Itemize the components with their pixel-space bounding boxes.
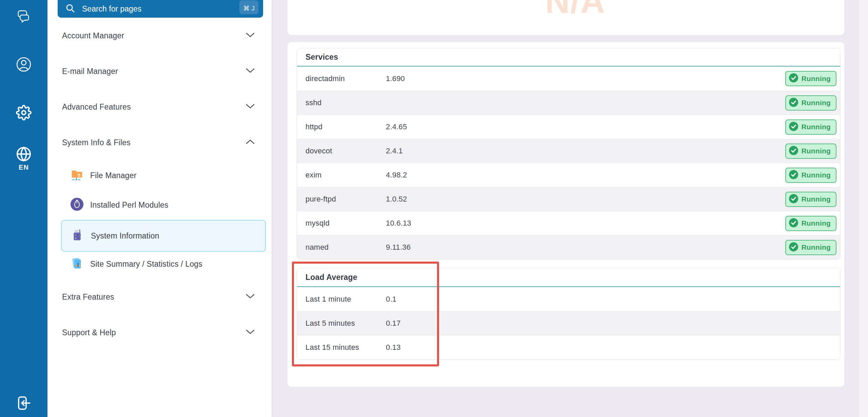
chevron-down-icon: [246, 294, 257, 300]
sidebar-item-file-manager[interactable]: File Manager: [61, 167, 266, 184]
status-badge: Running: [785, 144, 836, 159]
service-name: pure-ftpd: [305, 195, 386, 204]
load-value: 0.13: [386, 343, 840, 352]
section-label: Account Manager: [62, 31, 124, 40]
chevron-down-icon: [246, 68, 257, 74]
status-badge: Running: [785, 192, 836, 207]
check-circle-icon: [789, 194, 798, 205]
load-average-panel: Load Average Last 1 minute 0.1 Last 5 mi…: [297, 268, 841, 360]
file-manager-icon: [70, 168, 84, 183]
logout-button[interactable]: [0, 395, 47, 411]
section-label: Advanced Features: [62, 102, 131, 112]
service-row-httpd: httpd 2.4.65 Running: [297, 115, 840, 139]
user-circle-icon: [15, 56, 32, 73]
na-watermark: N/A: [545, 0, 606, 21]
chevron-up-icon: [246, 139, 257, 146]
load-value: 0.1: [386, 295, 840, 304]
sidebar-item-label: Installed Perl Modules: [90, 201, 169, 210]
sidebar-item-site-summary[interactable]: Site Summary / Statistics / Logs: [61, 255, 266, 272]
globe-icon: [16, 146, 32, 162]
language-code[interactable]: EN: [0, 164, 47, 171]
system-information-icon: [71, 228, 85, 244]
scrollbar-track[interactable]: [859, 0, 868, 417]
service-name: directadmin: [305, 74, 386, 83]
service-version: 10.6.13: [386, 219, 785, 228]
sidebar-section-extra-features[interactable]: Extra Features: [62, 291, 257, 303]
main-content: N/A Services directadmin 1.690 Running s…: [272, 0, 868, 417]
navigation-sidebar: Search for pages ⌘ J Account Manager E-m…: [47, 0, 272, 417]
load-average-title: Load Average: [305, 273, 357, 282]
perl-icon: [70, 197, 84, 213]
chevron-down-icon: [246, 33, 257, 39]
gear-icon: [16, 105, 32, 120]
service-name: dovecot: [305, 147, 386, 155]
system-information-card: Services directadmin 1.690 Running sshd …: [288, 42, 844, 387]
load-row-15min: Last 15 minutes 0.13: [297, 335, 840, 359]
sidebar-section-support-help[interactable]: Support & Help: [62, 326, 257, 339]
sidebar-section-advanced-features[interactable]: Advanced Features: [62, 101, 257, 113]
sidebar-section-email-manager[interactable]: E-mail Manager: [62, 65, 257, 77]
service-row-sshd: sshd Running: [297, 91, 840, 115]
status-badge: Running: [785, 240, 836, 255]
logout-icon: [16, 395, 32, 411]
section-label: Support & Help: [62, 328, 116, 337]
load-row-5min: Last 5 minutes 0.17: [297, 311, 840, 335]
services-title: Services: [305, 53, 338, 62]
sidebar-item-installed-perl-modules[interactable]: Installed Perl Modules: [61, 196, 266, 213]
load-row-1min: Last 1 minute 0.1: [297, 287, 840, 311]
load-value: 0.17: [386, 319, 840, 328]
chevron-down-icon: [246, 329, 257, 336]
section-label: Extra Features: [62, 292, 114, 302]
account-button[interactable]: [0, 56, 47, 73]
settings-button[interactable]: [0, 105, 47, 121]
service-version: 2.4.1: [386, 147, 785, 155]
sidebar-item-label: Site Summary / Statistics / Logs: [90, 260, 202, 269]
service-row-named: named 9.11.36 Running: [297, 235, 840, 259]
chat-icon: [16, 8, 32, 24]
service-row-mysqld: mysqld 10.6.13 Running: [297, 211, 840, 235]
services-panel: Services directadmin 1.690 Running sshd …: [297, 48, 841, 260]
services-header: Services: [297, 49, 840, 67]
search-input[interactable]: Search for pages ⌘ J: [58, 0, 263, 18]
status-badge: Running: [785, 119, 836, 135]
app-rail: EN: [0, 0, 47, 417]
check-circle-icon: [789, 122, 798, 132]
load-label: Last 5 minutes: [305, 319, 386, 328]
search-placeholder: Search for pages: [82, 4, 239, 14]
service-version: 2.4.65: [386, 122, 785, 131]
search-icon: [65, 3, 75, 15]
top-card: N/A: [288, 0, 844, 35]
service-name: sshd: [305, 98, 386, 107]
service-version: 1.0.52: [386, 195, 785, 204]
status-badge: Running: [785, 216, 836, 231]
sidebar-item-label: System Information: [91, 231, 159, 241]
section-label: System Info & Files: [62, 138, 131, 147]
service-version: 1.690: [386, 74, 785, 83]
chevron-down-icon: [246, 104, 257, 110]
sidebar-section-account-manager[interactable]: Account Manager: [62, 30, 257, 42]
status-badge: Running: [785, 71, 836, 86]
service-name: exim: [305, 171, 386, 179]
service-row-dovecot: dovecot 2.4.1 Running: [297, 139, 840, 163]
load-label: Last 1 minute: [305, 295, 386, 304]
service-name: mysqld: [305, 219, 386, 228]
load-average-header: Load Average: [297, 268, 840, 287]
check-circle-icon: [789, 242, 798, 253]
check-circle-icon: [789, 73, 798, 84]
sidebar-section-system-info-files[interactable]: System Info & Files: [62, 136, 257, 149]
service-name: httpd: [305, 122, 386, 131]
language-button[interactable]: [0, 146, 47, 162]
service-row-exim: exim 4.98.2 Running: [297, 163, 840, 187]
service-name: named: [305, 243, 386, 252]
service-version: 4.98.2: [386, 171, 785, 179]
search-shortcut-badge: ⌘ J: [239, 0, 258, 14]
chat-button[interactable]: [0, 8, 47, 24]
check-circle-icon: [789, 98, 798, 108]
sidebar-item-system-information[interactable]: System Information: [61, 220, 266, 252]
status-badge: Running: [785, 95, 836, 111]
section-label: E-mail Manager: [62, 67, 118, 76]
check-circle-icon: [789, 218, 798, 229]
service-row-directadmin: directadmin 1.690 Running: [297, 67, 840, 91]
check-circle-icon: [789, 146, 798, 156]
status-badge: Running: [785, 168, 836, 183]
